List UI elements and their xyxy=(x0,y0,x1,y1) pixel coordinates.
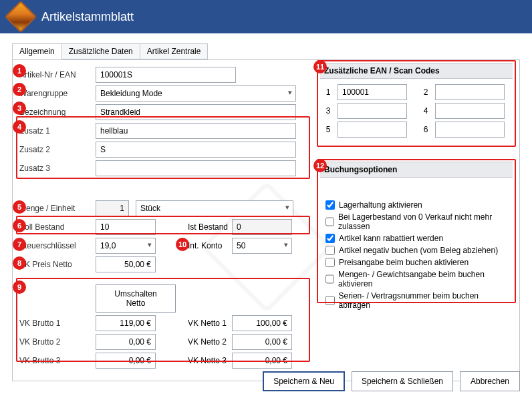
badge-11: 11 xyxy=(313,60,327,73)
badge-8: 8 xyxy=(13,256,26,270)
check-2[interactable]: Artikel kann rabattiert werden xyxy=(325,234,507,243)
check-6-input[interactable] xyxy=(325,296,335,305)
lbl-zusatz3: Zusatz 3 xyxy=(19,164,96,173)
ean-header: Zusätzliche EAN / Scan Codes xyxy=(320,63,513,79)
check-1-input[interactable] xyxy=(325,217,334,226)
vkb3-input[interactable] xyxy=(96,353,156,369)
istbestand-input xyxy=(232,219,292,235)
zusatz3-input[interactable] xyxy=(96,160,296,176)
badge-1: 1 xyxy=(13,64,26,77)
check-4-input[interactable] xyxy=(325,258,335,267)
artikelnr-input[interactable] xyxy=(96,67,236,83)
ean6-input[interactable] xyxy=(435,122,505,138)
ean4-input[interactable] xyxy=(435,103,505,119)
bezeichnung-input[interactable] xyxy=(96,104,296,120)
badge-2: 2 xyxy=(13,83,26,96)
vkb1-input[interactable] xyxy=(96,315,156,331)
lbl-zusatz1: Zusatz 1 xyxy=(19,126,96,136)
lbl-e6: 6 xyxy=(420,125,431,134)
badge-5: 5 xyxy=(13,200,26,214)
badge-10: 10 xyxy=(176,238,189,251)
lbl-istbestand: Ist Bestand xyxy=(188,222,232,232)
steuer-select[interactable] xyxy=(96,238,156,254)
vkn3-input[interactable] xyxy=(232,353,292,369)
lbl-artikelnr: Artikel-Nr / EAN xyxy=(19,70,96,79)
lbl-e2: 2 xyxy=(420,87,431,97)
zusatz2-input[interactable] xyxy=(96,142,296,158)
check-0[interactable]: Lagerhaltung aktivieren xyxy=(325,200,507,210)
lbl-zusatz2: Zusatz 2 xyxy=(19,145,96,154)
check-2-input[interactable] xyxy=(325,234,335,243)
check-2-label: Artikel kann rabattiert werden xyxy=(339,234,443,243)
eknetto-input[interactable] xyxy=(96,256,156,272)
lbl-e1: 1 xyxy=(323,87,334,97)
save-close-button[interactable]: Speichern & Schließen xyxy=(352,371,453,391)
window-title: Artikelstammblatt xyxy=(41,10,134,24)
lbl-vkn2: VK Netto 2 xyxy=(188,337,232,347)
warengruppe-select[interactable] xyxy=(96,85,296,102)
check-4-label: Preisangabe beim buchen aktivieren xyxy=(339,258,469,267)
badge-6: 6 xyxy=(13,219,26,232)
sollbestand-input[interactable] xyxy=(96,219,156,235)
vkn2-input[interactable] xyxy=(232,334,292,350)
check-5-input[interactable] xyxy=(325,274,334,284)
lbl-e4: 4 xyxy=(420,106,431,116)
badge-4: 4 xyxy=(13,120,26,134)
check-5[interactable]: Mengen- / Gewichtsangabe beim buchen akt… xyxy=(325,270,507,288)
check-3-input[interactable] xyxy=(325,246,335,255)
titlebar: Artikelstammblatt xyxy=(0,0,532,33)
zusatz1-input[interactable] xyxy=(96,123,296,139)
ean1-input[interactable] xyxy=(338,84,407,100)
einheit-select[interactable] xyxy=(136,200,293,216)
check-1-label: Bei Lagerbestand von 0 Verkauf nicht meh… xyxy=(338,212,507,231)
check-0-input[interactable] xyxy=(325,200,335,210)
menge-input xyxy=(96,200,129,216)
vkn1-input[interactable] xyxy=(232,315,292,331)
check-6[interactable]: Serien- / Vertragsnummer beim buchen abf… xyxy=(325,291,507,310)
check-0-label: Lagerhaltung aktivieren xyxy=(339,200,422,210)
badge-9: 9 xyxy=(13,280,26,294)
booking-options: Lagerhaltung aktivierenBei Lagerbestand … xyxy=(320,178,513,318)
lbl-e3: 3 xyxy=(323,106,334,116)
check-3-label: Artikel negativ buchen (vom Beleg abzieh… xyxy=(339,246,498,255)
lbl-warengruppe: Warengruppe xyxy=(19,89,96,98)
lbl-sollbestand: Soll Bestand xyxy=(19,222,96,232)
check-4[interactable]: Preisangabe beim buchen aktivieren xyxy=(325,258,507,267)
ean5-input[interactable] xyxy=(338,122,407,138)
book-header: Buchungsoptionen xyxy=(320,162,513,178)
app-logo-icon xyxy=(5,1,37,33)
tab-artikel-zentrale[interactable]: Artikel Zentrale xyxy=(140,43,209,59)
lbl-e5: 5 xyxy=(323,125,334,134)
ean3-input[interactable] xyxy=(338,103,407,119)
check-5-label: Mengen- / Gewichtsangabe beim buchen akt… xyxy=(338,270,507,288)
lbl-vkn1: VK Netto 1 xyxy=(188,319,232,328)
badge-3: 3 xyxy=(13,102,26,115)
tab-allgemein[interactable]: Allgemein xyxy=(12,43,62,59)
umschalten-netto-button[interactable]: Umschalten Netto xyxy=(96,284,176,313)
badge-7: 7 xyxy=(13,238,26,251)
tabs: Allgemein Zusätzliche Daten Artikel Zent… xyxy=(12,43,520,59)
ean2-input[interactable] xyxy=(435,84,505,100)
lbl-vkb1: VK Brutto 1 xyxy=(19,319,96,328)
tab-zusaetzliche-daten[interactable]: Zusätzliche Daten xyxy=(61,43,140,59)
check-3[interactable]: Artikel negativ buchen (vom Beleg abzieh… xyxy=(325,246,507,255)
save-new-button[interactable]: Speichern & Neu xyxy=(263,371,345,391)
lbl-vkn3: VK Netto 3 xyxy=(188,356,232,365)
lbl-bezeichnung: Bezeichnung xyxy=(19,108,96,117)
vkb2-input[interactable] xyxy=(96,334,156,350)
check-1[interactable]: Bei Lagerbestand von 0 Verkauf nicht meh… xyxy=(325,212,507,231)
lbl-steuer: Steuerschlüssel xyxy=(19,241,96,250)
lbl-intkonto: Int. Konto xyxy=(188,241,232,250)
panel: Artikel-Nr / EAN Warengruppe Bezeichnung… xyxy=(12,59,520,381)
lbl-menge-einheit: Menge / Einheit xyxy=(19,204,96,213)
lbl-eknetto: EK Preis Netto xyxy=(19,260,96,269)
badge-12: 12 xyxy=(313,159,327,172)
lbl-vkb3: VK Brutto 3 xyxy=(19,356,96,365)
intkonto-select[interactable] xyxy=(232,238,292,254)
lbl-vkb2: VK Brutto 2 xyxy=(19,337,96,347)
check-6-label: Serien- / Vertragsnummer beim buchen abf… xyxy=(339,291,507,310)
cancel-button[interactable]: Abbrechen xyxy=(460,371,520,391)
